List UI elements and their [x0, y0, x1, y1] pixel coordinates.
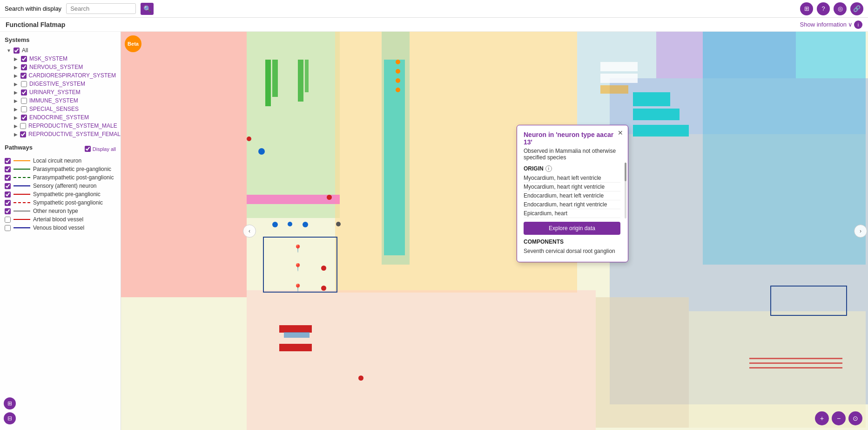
system-checkbox-digestive[interactable] — [21, 81, 27, 87]
left-panel: Systems ▼ All ▶ MSK_SYSTEM ▶ NERVOUS_SYS… — [0, 32, 121, 430]
system-checkbox-immune[interactable] — [21, 98, 27, 104]
popup-components-title: COMPONENTS — [524, 239, 620, 245]
map-region-pink-left — [121, 32, 247, 297]
system-item-digestive[interactable]: ▶ DIGESTIVE_SYSTEM — [5, 80, 116, 88]
zoom-in-icon: + — [820, 415, 824, 422]
header: Search within display 🔍 ⊞ ? ◎ 🔗 — [0, 0, 868, 18]
popup-origin-item-3: Endocardium, heart left ventricle — [524, 191, 620, 200]
link-button[interactable]: 🔗 — [850, 2, 863, 15]
map-cyan-right-3 — [633, 125, 689, 137]
system-checkbox-all[interactable] — [13, 48, 20, 54]
popup-close-button[interactable]: ✕ — [618, 129, 623, 137]
map-red-line-1 — [749, 358, 842, 359]
system-item-cardio[interactable]: ▶ CARDIORESPIRATORY_SYSTEM — [5, 71, 116, 80]
popup-origin-item-1: Myocardium, heart left ventricle — [524, 174, 620, 183]
pathway-label-para-pre: Parasympathetic pre-ganglionic — [33, 166, 111, 172]
map-dot-blue-2 — [288, 222, 292, 226]
map-region-yellow-right — [689, 311, 866, 428]
display-all-button[interactable]: Display all — [85, 146, 116, 152]
system-item-endocrine[interactable]: ▶ ENDOCRINE_SYSTEM — [5, 113, 116, 122]
popup-scrollable-content[interactable]: ORIGIN i Myocardium, heart left ventricl… — [524, 165, 621, 255]
system-checkbox-urinary[interactable] — [21, 89, 27, 96]
layers-button[interactable]: ⊞ — [800, 2, 813, 15]
system-checkbox-special[interactable] — [21, 106, 27, 112]
system-item-nervous[interactable]: ▶ NERVOUS_SYSTEM — [5, 63, 116, 71]
system-item-all[interactable]: ▼ All — [5, 46, 116, 55]
pathway-checkbox-other[interactable] — [5, 208, 11, 214]
pathway-checkbox-para-post[interactable] — [5, 175, 11, 181]
connect-button[interactable]: ◎ — [834, 2, 847, 15]
system-checkbox-nervous[interactable] — [21, 64, 27, 70]
map-dot-red-2 — [327, 195, 332, 200]
pathway-checkbox-venous[interactable] — [5, 225, 11, 231]
pathway-checkbox-local[interactable] — [5, 158, 11, 164]
pathway-checkbox-symp-pre[interactable] — [5, 191, 11, 198]
expand-arrow-special: ▶ — [14, 107, 19, 112]
system-item-urinary[interactable]: ▶ URINARY_SYSTEM — [5, 88, 116, 96]
pathway-label-other: Other neuron type — [33, 208, 78, 214]
system-checkbox-cardio[interactable] — [20, 73, 27, 79]
map-white-rect-2 — [600, 74, 638, 83]
map-icon-1[interactable]: ⊞ — [4, 397, 16, 410]
map-region-tan-right — [596, 297, 689, 428]
map-dot-blue-big — [258, 148, 265, 155]
expand-arrow-digestive: ▶ — [14, 82, 19, 87]
popup-title: Neuron in 'neuron type aacar 13' — [524, 131, 621, 146]
system-checkbox-repro-male[interactable] — [20, 123, 26, 129]
pathway-venous: Venous blood vessel — [5, 224, 116, 232]
app-title: Functional Flatmap — [6, 21, 65, 28]
explore-origin-button[interactable]: Explore origin data — [524, 222, 620, 235]
reset-zoom-button[interactable]: ⊙ — [848, 411, 862, 425]
popup-origin-item-2: Myocardium, heart right ventricle — [524, 183, 620, 191]
expand-arrow-endocrine: ▶ — [14, 115, 19, 120]
pathway-checkbox-sensory[interactable] — [5, 183, 11, 189]
expand-arrow-all: ▼ — [7, 48, 11, 53]
map-dot-blue-1 — [272, 222, 278, 227]
pathways-section: Pathways Display all Local circuit neuro… — [5, 144, 116, 232]
nav-arrow-left[interactable]: ‹ — [243, 225, 256, 238]
map-area[interactable]: Beta — [121, 32, 868, 430]
system-item-special[interactable]: ▶ SPECIAL_SENSES — [5, 105, 116, 113]
header-right: ⊞ ? ◎ 🔗 — [800, 2, 863, 15]
pathway-checkbox-para-pre[interactable] — [5, 166, 11, 172]
system-checkbox-msk[interactable] — [21, 56, 27, 62]
chevron-right-icon: › — [860, 228, 861, 234]
search-icon: 🔍 — [143, 5, 151, 13]
map-rect-1 — [265, 60, 271, 106]
help-button[interactable]: ? — [817, 2, 830, 15]
system-item-repro-female[interactable]: ▶ REPRODUCTIVE_SYSTEM_FEMALE — [5, 130, 116, 138]
map-white-rect-1 — [600, 62, 638, 71]
pathway-checkbox-symp-post[interactable] — [5, 200, 11, 206]
pathway-label-symp-pre: Sympathetic pre-ganglionic — [33, 191, 101, 198]
map-dot-orange-3 — [396, 78, 400, 83]
system-checkbox-repro-female[interactable] — [20, 131, 26, 137]
pathway-checkbox-arterial[interactable] — [5, 217, 11, 223]
system-item-repro-male[interactable]: ▶ REPRODUCTIVE_SYSTEM_MALE — [5, 122, 116, 130]
show-info-button[interactable]: Show information ∨ i — [800, 20, 862, 29]
zoom-in-button[interactable]: + — [815, 411, 829, 425]
zoom-out-button[interactable]: − — [832, 411, 846, 425]
zoom-out-icon: − — [837, 415, 841, 422]
map-red-line-3 — [749, 367, 842, 369]
popup-origin-item-5: Epicardium, heart — [524, 209, 620, 218]
show-info-label: Show information — [800, 21, 847, 28]
reset-zoom-icon: ⊙ — [853, 415, 858, 422]
map-icon-2[interactable]: ⊟ — [4, 412, 16, 424]
search-input[interactable] — [66, 3, 136, 14]
pathway-symp-pre: Sympathetic pre-ganglionic — [5, 190, 116, 198]
expand-arrow-nervous: ▶ — [14, 65, 19, 70]
display-all-checkbox[interactable] — [85, 146, 91, 152]
system-checkbox-endocrine[interactable] — [21, 115, 27, 121]
popup: ✕ Neuron in 'neuron type aacar 13' Obser… — [517, 125, 628, 262]
map-region-green — [247, 32, 340, 218]
popup-scrollbar[interactable] — [625, 163, 626, 218]
popup-origin-title: ORIGIN i — [524, 165, 620, 172]
expand-arrow-cardio: ▶ — [14, 73, 18, 78]
map-rect-red-1 — [279, 325, 312, 333]
pathway-symp-post: Sympathetic post-ganglionic — [5, 198, 116, 207]
search-button[interactable]: 🔍 — [141, 3, 154, 15]
nav-arrow-right[interactable]: › — [854, 225, 867, 238]
system-item-msk[interactable]: ▶ MSK_SYSTEM — [5, 55, 116, 63]
chevron-left-icon: ‹ — [249, 228, 250, 234]
system-item-immune[interactable]: ▶ IMMUNE_SYSTEM — [5, 96, 116, 105]
